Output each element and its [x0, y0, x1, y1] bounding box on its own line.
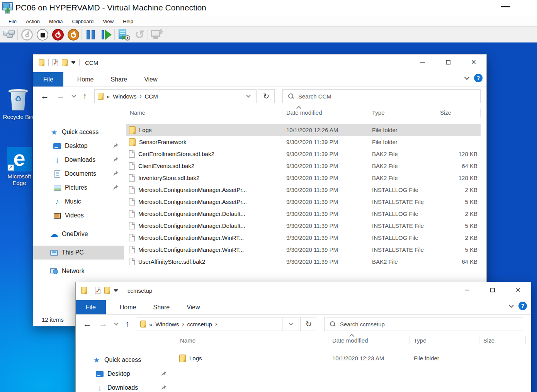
breadcrumb-ccmsetup[interactable]: ccmsetup	[187, 321, 212, 328]
properties-icon[interactable]: ✓	[95, 287, 100, 294]
tab-view[interactable]: View	[178, 300, 208, 314]
sidebar-item-desktop[interactable]: Desktop	[76, 367, 172, 381]
power-button[interactable]	[19, 28, 35, 42]
tab-home[interactable]: Home	[111, 300, 145, 314]
close-button[interactable]: ×	[461, 54, 486, 70]
file-row[interactable]: ClientEvents.sdf.bak2 9/30/2020 11:39 PM…	[126, 160, 481, 172]
address-dropdown-icon[interactable]	[240, 90, 256, 103]
back-button[interactable]: ←	[41, 92, 49, 100]
sidebar-item-pictures[interactable]: Pictures	[33, 181, 124, 195]
tab-home[interactable]: Home	[69, 72, 102, 87]
recent-locations-icon[interactable]	[71, 93, 76, 97]
sidebar-item-quick-access[interactable]: ★ Quick access	[33, 125, 124, 139]
up-button[interactable]: ↑	[125, 320, 129, 328]
tab-file[interactable]: File	[76, 300, 106, 314]
forward-button[interactable]: →	[56, 92, 65, 100]
back-button[interactable]: ←	[83, 320, 92, 328]
enhanced-session-button[interactable]	[150, 28, 165, 42]
up-button[interactable]: ↑	[83, 92, 87, 100]
host-menu-item[interactable]: Clipboard	[68, 17, 99, 26]
search-box[interactable]: Search CCM	[282, 89, 481, 103]
sidebar-item-quick-access[interactable]: ★ Quick access	[76, 353, 172, 367]
refresh-button[interactable]: ↻	[300, 317, 317, 331]
column-header-type[interactable]: Type	[410, 333, 479, 348]
sidebar-item-music[interactable]: ♪ Music	[33, 195, 124, 209]
breadcrumb-windows[interactable]: Windows	[155, 321, 179, 328]
desktop-icon-recycle-bin[interactable]: ♻ Recycle Bin	[2, 88, 35, 120]
tab-view[interactable]: View	[136, 72, 166, 87]
search-box[interactable]: Search ccmsetup	[324, 317, 523, 331]
pause-button[interactable]	[83, 28, 99, 42]
breadcrumb-trailing-chevron[interactable]: ›	[215, 321, 217, 328]
help-icon[interactable]: ?	[518, 302, 527, 310]
host-menu-item[interactable]: View	[98, 17, 118, 26]
titlebar[interactable]: ✓ ccmsetup ×	[76, 282, 531, 300]
column-header-date[interactable]: Date modified	[282, 105, 368, 120]
column-header-size[interactable]: Size	[436, 105, 481, 120]
column-header-size[interactable]: Size	[479, 333, 526, 348]
host-menu-item[interactable]: File	[4, 17, 21, 26]
tab-share[interactable]: Share	[102, 72, 136, 87]
ribbon-expand-icon[interactable]	[509, 303, 514, 308]
file-row[interactable]: Microsoft.ConfigurationManager.Default..…	[126, 208, 481, 220]
sidebar-item-downloads[interactable]: ↓ Downloads	[33, 153, 124, 167]
qat-customize-icon[interactable]	[71, 61, 75, 64]
new-folder-icon[interactable]	[104, 287, 110, 294]
sidebar-item-documents[interactable]: Documents	[33, 167, 124, 181]
breadcrumb-windows[interactable]: Windows	[113, 93, 136, 100]
file-row[interactable]: Logs 10/1/2020 12:26 AM File folder	[126, 124, 481, 136]
breadcrumb-prefix[interactable]: «	[107, 93, 110, 100]
forward-button[interactable]: →	[99, 320, 107, 328]
sidebar-item-onedrive[interactable]: ☁ OneDrive	[33, 227, 124, 241]
resume-button[interactable]	[99, 28, 114, 42]
stop-button[interactable]	[35, 28, 50, 42]
address-bar[interactable]: « Windows › CCM	[94, 89, 257, 103]
file-row[interactable]: CertEnrollmentStore.sdf.bak2 9/30/2020 1…	[126, 148, 481, 160]
sidebar-item-desktop[interactable]: Desktop	[33, 139, 124, 153]
file-row[interactable]: SensorFramework 9/30/2020 11:39 PM File …	[126, 136, 481, 148]
shut-down-button[interactable]	[66, 28, 81, 42]
ribbon-expand-icon[interactable]	[464, 75, 469, 80]
sidebar-item-network[interactable]: Network	[33, 264, 124, 278]
file-row[interactable]: Logs 10/1/2020 12:23 AM File folder	[176, 352, 526, 364]
address-bar[interactable]: « Windows › ccmsetup ›	[137, 317, 299, 331]
file-row[interactable]: InventoryStore.sdf.bak2 9/30/2020 11:39 …	[126, 172, 481, 184]
breadcrumb-ccm[interactable]: CCM	[145, 93, 158, 100]
close-button[interactable]: ×	[505, 282, 531, 298]
file-row[interactable]: Microsoft.ConfigurationManager.AssetPr..…	[126, 184, 481, 196]
minimize-button[interactable]	[454, 282, 480, 298]
minimize-button[interactable]	[501, 6, 510, 7]
tab-share[interactable]: Share	[144, 300, 178, 314]
ctrl-alt-del-button[interactable]	[2, 28, 17, 42]
file-row[interactable]: Microsoft.ConfigurationManager.AssetPr..…	[126, 196, 481, 208]
sidebar-item-videos[interactable]: Videos	[33, 209, 124, 222]
tab-file[interactable]: File	[33, 72, 63, 87]
file-row[interactable]: Microsoft.ConfigurationManager.WinRT... …	[126, 232, 481, 244]
host-menu-item[interactable]: Help	[118, 17, 138, 26]
file-row[interactable]: Microsoft.ConfigurationManager.Default..…	[126, 220, 481, 232]
new-folder-icon[interactable]	[62, 59, 68, 66]
column-header-date[interactable]: Date modified	[328, 333, 410, 348]
maximize-button[interactable]	[480, 282, 505, 298]
minimize-button[interactable]	[410, 54, 435, 70]
column-header-name[interactable]: Name	[176, 333, 328, 348]
desktop-icon-microsoft-edge[interactable]: e Microsoft Edge	[3, 147, 36, 186]
revert-button[interactable]: ↺	[132, 28, 147, 42]
properties-icon[interactable]: ✓	[53, 59, 58, 66]
qat-customize-icon[interactable]	[114, 289, 118, 292]
host-menu-item[interactable]: Action	[21, 17, 44, 26]
maximize-button[interactable]	[435, 54, 461, 70]
turn-off-button[interactable]	[50, 28, 66, 42]
column-header-type[interactable]: Type	[368, 105, 436, 120]
breadcrumb-prefix[interactable]: «	[149, 321, 152, 328]
titlebar[interactable]: ✓ CCM ×	[33, 54, 486, 72]
refresh-button[interactable]: ↻	[258, 89, 275, 103]
file-row[interactable]: UserAffinityStore.sdf.bak2 9/30/2020 11:…	[126, 256, 481, 268]
file-row[interactable]: Microsoft.ConfigurationManager.WinRT... …	[126, 244, 481, 256]
address-dropdown-icon[interactable]	[282, 317, 299, 331]
vm-desktop[interactable]: ♻ Recycle Bin e Microsoft Edge ✓ CCM	[0, 42, 537, 392]
help-icon[interactable]: ?	[474, 74, 483, 82]
checkpoint-button[interactable]	[116, 28, 132, 42]
host-menu-item[interactable]: Media	[44, 17, 67, 26]
recent-locations-icon[interactable]	[114, 321, 118, 325]
